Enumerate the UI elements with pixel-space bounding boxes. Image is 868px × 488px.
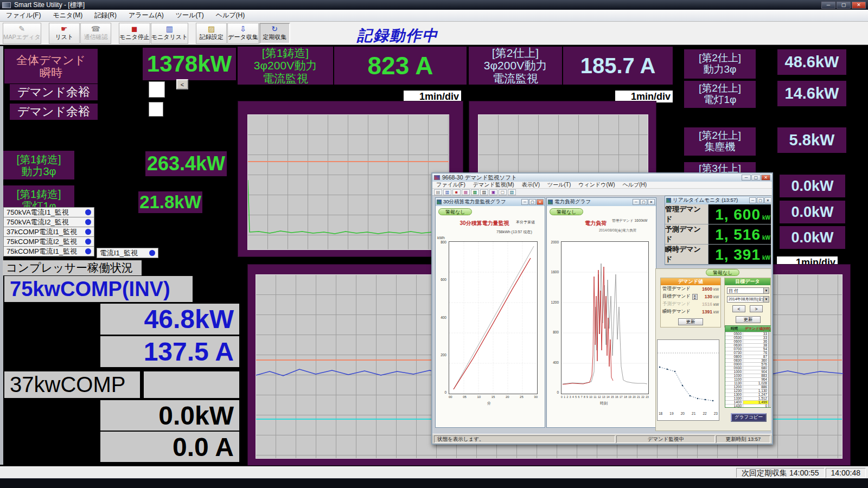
monitor-list-item[interactable]: 37kCOMP電流I1_監視 <box>3 227 94 237</box>
menu-item[interactable]: ファイル(F) <box>0 11 47 20</box>
monitor-list-item[interactable]: 75kCOMP電流I1_監視 <box>3 246 94 256</box>
close-button[interactable]: ✕ <box>764 197 771 203</box>
close-button[interactable]: ✕ <box>537 199 544 205</box>
table-scrollbar[interactable] <box>768 332 771 407</box>
toolbar-icon[interactable]: ▩ <box>471 189 479 195</box>
prev-button[interactable]: < <box>732 305 745 312</box>
close-button[interactable]: ✕ <box>648 199 655 205</box>
toolbar-icon[interactable]: ▥ <box>443 189 451 195</box>
comp37-label: 37kwCOMP <box>4 371 140 398</box>
status-updated: 更新時刻 13:57 <box>716 435 770 443</box>
table-row: 0500 33 <box>725 332 771 336</box>
next-button[interactable]: > <box>750 305 763 312</box>
menu-item[interactable]: 表示(V) <box>518 181 544 189</box>
demand-window-title: 9668-30 デマンド監視ソフト <box>442 174 517 182</box>
toolbar-button[interactable]: ▨ 記録設定 <box>196 23 227 44</box>
chart-current-note: 758kWh (13:57 現在) <box>496 229 532 235</box>
x-axis-label: 時刻 <box>600 401 608 406</box>
maximize-button[interactable]: ▢ <box>757 197 764 203</box>
monitor-list-item[interactable]: 750kVA電流I2_監視 <box>3 217 94 227</box>
demand-values-panel: デマンド値 管理デマンド 1600 kW 目標デマンド ▲▼ 130 kW <box>660 278 721 328</box>
monitor-list-item-label: 750kVA電流I2_監視 <box>7 217 69 227</box>
table-row: 0830 360 <box>725 358 771 362</box>
realtime-row: 瞬時デマンド 1, 391 kW <box>665 245 771 265</box>
table-row: 1200 886 <box>725 385 771 389</box>
toolbar-icon[interactable]: ▤ <box>434 189 442 195</box>
toolbar-button-label: 定期収集 <box>263 33 286 41</box>
chevron-down-icon: ▼ <box>763 297 769 302</box>
update-button[interactable]: 更新 <box>678 318 703 325</box>
maximize-button[interactable]: ▢ <box>640 199 647 205</box>
minimize-button[interactable]: ─ <box>821 2 835 9</box>
toolbar-button-label: リスト <box>55 33 73 41</box>
table-row: 0730 76 <box>725 351 771 355</box>
monitor-extra-item[interactable]: 電流I1_監視 <box>97 248 158 258</box>
menu-item[interactable]: アラーム(A) <box>123 11 170 20</box>
minimize-button[interactable]: ─ <box>749 197 756 203</box>
monitor-list-item[interactable]: 75kCOMP電流I2_監視 <box>3 236 94 247</box>
menu-item[interactable]: モニタ(M) <box>47 11 88 20</box>
target-stepper[interactable]: ▲▼ <box>692 294 698 300</box>
menu-item[interactable]: デマンド監視(M) <box>469 181 518 189</box>
monitor-list-item[interactable]: 750kVA電流I1_監視 <box>3 207 94 217</box>
comp37-kw-value: 0.0kW <box>100 400 239 431</box>
toolbar-button[interactable]: ✎ MAPエディタ <box>3 23 41 44</box>
table-row: 0630 38 <box>725 343 771 347</box>
date-combo[interactable]: 2014年08月08日(金) ▼ <box>727 296 769 303</box>
menu-bar: ファイル(F)モニタ(M)記録(R)アラーム(A)ツール(T)ヘルプ(H) <box>0 10 868 22</box>
menu-item[interactable]: ヘルプ(H) <box>619 181 651 189</box>
power-load-window: 電力負荷グラフ ─ ▢ ✕ 警報なし 電力負荷 管理デマンド 1600kW 20… <box>546 197 656 428</box>
mdi-area: 30分積算電力量監視グラフ ─ ▢ ✕ 警報なし 30分積算電力量監視 本分予算… <box>433 196 771 434</box>
toolbar-button[interactable]: ⇩ データ収集 <box>227 23 259 44</box>
demand-monitor-window: 9668-30 デマンド監視ソフト ─ ▢ ✕ ファイル(F)デマンド監視(M)… <box>431 172 773 445</box>
minimize-button[interactable]: ─ <box>521 199 528 205</box>
demand-window-title-bar: 9668-30 デマンド監視ソフト ─ ▢ ✕ <box>432 174 772 182</box>
update-button[interactable]: 更新 <box>736 316 761 323</box>
minimize-button[interactable]: ─ <box>742 175 751 181</box>
toolbar-button[interactable]: ◼ モニタ停止 <box>119 23 150 44</box>
status-dot-icon <box>85 239 91 245</box>
comp37-current-value: 0.0 A <box>100 432 239 462</box>
menu-item[interactable]: ファイル(F) <box>432 181 469 189</box>
table-row: 1030 883 <box>725 374 771 377</box>
taskbar[interactable] <box>0 478 868 488</box>
menu-item[interactable]: ヘルプ(H) <box>210 11 251 20</box>
toolbar-icon[interactable]: ▢ <box>499 189 507 195</box>
margin-checkbox-1[interactable] <box>149 81 165 98</box>
toolbar-icon[interactable]: ▨ <box>480 189 488 195</box>
maximize-button[interactable]: ▢ <box>751 175 761 181</box>
table-row: 1130 1,028 <box>725 381 771 385</box>
toolbar-icon[interactable]: ▦ <box>462 189 470 195</box>
back-button[interactable]: < <box>176 79 188 89</box>
finish2-power-value: 48.6kW <box>777 49 846 75</box>
period-combo[interactable]: 日 付 ▼ <box>727 287 769 294</box>
recording-status-text: 記録動作中 <box>357 25 438 46</box>
toolbar-button[interactable]: ☎ 通信確認 <box>80 23 111 44</box>
finish2-current-monitor-label: [第2仕上]3φ200V動力電流監視 <box>469 47 562 85</box>
close-button[interactable]: ✕ <box>852 2 866 9</box>
toolbar-button[interactable]: ☛ リスト <box>49 23 80 44</box>
comp75-label: 75kwCOMP(INV) <box>4 276 193 302</box>
monitor-icon <box>666 198 671 203</box>
margin-checkbox-2[interactable] <box>149 102 163 117</box>
menu-item[interactable]: 記録(R) <box>88 11 123 20</box>
toolbar-button[interactable]: ↻ 定期収集 <box>259 23 290 44</box>
menu-item[interactable]: ウィンドウ(W) <box>575 181 618 189</box>
graph-copy-button[interactable]: グラフコピー <box>731 413 767 422</box>
chart-icon <box>548 200 553 204</box>
menu-item[interactable]: ツール(T) <box>544 181 575 189</box>
close-button[interactable]: ✕ <box>761 175 770 181</box>
realtime-row-value: 1, 600 kW <box>709 204 771 224</box>
cast1-trend-chart-frame <box>238 101 463 257</box>
toolbar-icon[interactable]: ■ <box>452 189 461 195</box>
toolbar-button-label: 記録設定 <box>200 33 224 41</box>
toolbar-icon[interactable]: ▧ <box>508 189 516 195</box>
toolbar-button[interactable]: ▥ モニタリスト <box>151 23 189 44</box>
target-data-header: 目標データ <box>725 278 770 285</box>
status-message: 状態を表示します。 <box>434 435 615 443</box>
maximize-button[interactable]: ▢ <box>837 2 851 9</box>
toolbar-icon[interactable]: ▣ <box>489 189 497 195</box>
maximize-button[interactable]: ▢ <box>529 199 536 205</box>
minimize-button[interactable]: ─ <box>633 199 640 205</box>
menu-item[interactable]: ツール(T) <box>170 11 210 20</box>
